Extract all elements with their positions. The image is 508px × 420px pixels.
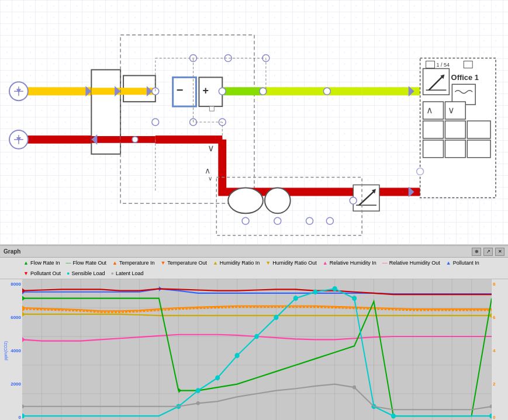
legend-flow-rate-out: — Flow Rate Out	[65, 259, 106, 267]
svg-rect-53	[467, 140, 490, 158]
y-right-6: 6	[493, 315, 495, 320]
svg-point-61	[219, 88, 226, 95]
graph-area: Graph ⊕ ↗ ✕ Flow Rate In — Flow Rate Out…	[0, 245, 508, 420]
svg-rect-83	[209, 106, 214, 111]
svg-rect-48	[423, 121, 444, 138]
svg-point-31	[132, 137, 138, 143]
close-button[interactable]: ✕	[495, 248, 504, 256]
svg-point-131	[215, 375, 220, 380]
svg-point-73	[326, 217, 333, 224]
legend-relative-humidity-out: — Relative Humidity Out	[382, 259, 440, 267]
graph-controls: ⊕ ↗ ✕	[472, 248, 504, 256]
y-axis-right: 8 6 4 2 0	[492, 279, 508, 420]
svg-point-70	[242, 217, 249, 224]
svg-point-55	[265, 188, 291, 213]
y-axis-left: 8000 6000 4000 2000 0 ppm(CO2)	[0, 279, 22, 420]
y-label-0: 0	[19, 415, 21, 420]
y-right-0: 0	[493, 415, 495, 420]
diagram-area: − + 1 / 54 NW Office 1	[0, 0, 508, 245]
svg-rect-89	[22, 279, 492, 420]
svg-point-62	[260, 88, 267, 95]
svg-point-133	[254, 334, 259, 339]
svg-rect-37	[464, 61, 472, 68]
graph-title-bar: Graph ⊕ ↗ ✕	[0, 246, 508, 258]
svg-point-64	[152, 119, 159, 126]
svg-rect-35	[426, 61, 435, 68]
graph-canvas-area: 8000 6000 4000 2000 0 ppm(CO2)	[0, 279, 508, 420]
svg-point-54	[228, 188, 263, 213]
svg-text:∧: ∧	[426, 105, 433, 115]
y-right-4: 4	[493, 348, 495, 353]
legend-temp-in: Temperature In	[112, 259, 154, 267]
svg-point-136	[313, 289, 317, 294]
pin-button[interactable]: ⊕	[472, 248, 481, 256]
legend-flow-rate-in: Flow Rate In	[23, 259, 60, 267]
graph-title: Graph	[4, 248, 20, 255]
svg-point-144	[353, 386, 356, 390]
y-label-6000: 6000	[11, 315, 21, 320]
svg-point-140	[391, 414, 396, 419]
legend-latent-load: Latent Load	[110, 269, 143, 277]
svg-point-75	[417, 168, 424, 175]
svg-point-134	[274, 315, 278, 320]
y-right-8: 8	[493, 282, 495, 287]
svg-rect-51	[423, 140, 444, 158]
svg-point-132	[235, 353, 240, 358]
svg-point-143	[196, 401, 200, 405]
svg-text:∨: ∨	[208, 143, 215, 153]
svg-text:∧: ∧	[205, 166, 210, 175]
svg-point-138	[352, 296, 357, 301]
svg-point-74	[350, 197, 357, 204]
legend-pollutant-out: Pollutant Out	[23, 269, 61, 277]
svg-point-130	[196, 388, 201, 393]
legend-humidity-ratio-in: Humidity Ratio In	[213, 259, 260, 267]
svg-rect-50	[467, 121, 490, 138]
y-label-4000: 4000	[11, 348, 21, 353]
svg-rect-39	[423, 68, 450, 95]
svg-text:1 / 54: 1 / 54	[437, 62, 450, 68]
legend-temp-out: Temperature Out	[160, 259, 206, 267]
legend-relative-humidity-in: Relative Humidity In	[323, 259, 376, 267]
chart-svg	[22, 279, 492, 420]
svg-point-71	[274, 217, 281, 224]
svg-text:−: −	[177, 84, 184, 96]
svg-text:+: +	[202, 85, 208, 96]
diagram-svg: − + 1 / 54 NW Office 1	[0, 0, 508, 244]
y-label-8000: 8000	[11, 282, 21, 287]
svg-text:∨: ∨	[208, 175, 212, 182]
legend-sensible-load: Sensible Load	[67, 269, 105, 277]
svg-rect-52	[445, 140, 465, 158]
svg-rect-49	[445, 121, 465, 138]
y-right-2: 2	[493, 381, 495, 387]
y-label-2000: 2000	[11, 381, 21, 387]
svg-point-72	[306, 217, 313, 224]
expand-button[interactable]: ↗	[483, 248, 493, 256]
svg-point-137	[333, 286, 337, 291]
svg-point-135	[293, 296, 298, 301]
graph-legend: Flow Rate In — Flow Rate Out Temperature…	[0, 258, 508, 279]
svg-text:∨: ∨	[448, 105, 455, 115]
legend-pollutant-in: Pollutant In	[446, 259, 479, 267]
svg-point-63	[323, 88, 330, 95]
legend-humidity-ratio-out: Humidity Ratio Out	[265, 259, 316, 267]
